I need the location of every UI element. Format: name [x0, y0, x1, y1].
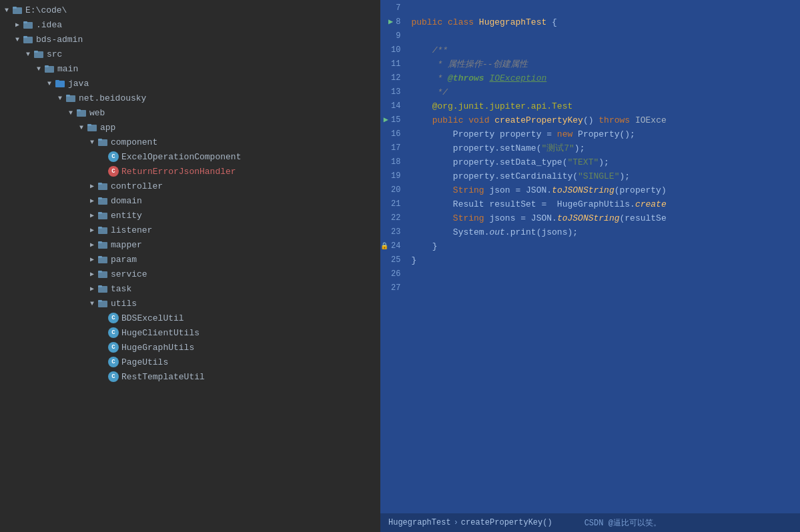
- code-line-20: String json = JSON.toJSONString(property…: [411, 183, 800, 197]
- tree-label-main: main: [57, 65, 78, 73]
- tree-item-rest-template[interactable]: ▶ C RestTemplateUtil: [0, 369, 380, 384]
- tree-item-bds-admin[interactable]: ▼ bds-admin: [0, 32, 380, 47]
- line-num-14: 14: [380, 99, 400, 113]
- line-num-27: 27: [380, 281, 400, 295]
- folder-icon-bds-admin: [23, 34, 33, 45]
- code-line-16: Property property = new Property();: [411, 127, 800, 141]
- arrow-idea: ▶: [12, 19, 23, 30]
- tree-label-pu: PageUtils: [121, 358, 168, 367]
- folder-icon-mapper: [97, 239, 108, 250]
- arrow-bds-admin: ▼: [12, 34, 23, 45]
- line-num-15: ▶ 15: [380, 113, 400, 127]
- arrow-main: ▼: [33, 63, 44, 74]
- code-line-27: [411, 281, 800, 295]
- tree-item-page-utils[interactable]: ▶ C PageUtils: [0, 355, 380, 369]
- line-num-8: ▶ 8: [380, 15, 400, 29]
- tree-item-component[interactable]: ▼ component: [0, 135, 380, 149]
- tree-item-param[interactable]: ▶ param: [0, 252, 380, 267]
- tree-item-root[interactable]: ▼ E:\code\: [0, 3, 380, 17]
- tree-item-utils[interactable]: ▼ utils: [0, 296, 380, 311]
- lock-gutter-24: 🔒: [380, 239, 388, 253]
- tree-item-mapper[interactable]: ▶ mapper: [0, 237, 380, 252]
- class-icon-bds: C: [108, 313, 119, 323]
- file-tree-panel: ▼ E:\code\ ▶ .idea ▼ bds-admin: [0, 0, 380, 532]
- code-editor-panel: 7 ▶ 8 9 10 11 12: [380, 0, 800, 532]
- line-num-23: 23: [380, 225, 400, 239]
- tree-label-controller: controller: [111, 182, 163, 191]
- arrow-src: ▼: [23, 49, 33, 59]
- line-numbers: 7 ▶ 8 9 10 11 12: [380, 0, 406, 513]
- line-num-7: 7: [380, 1, 400, 15]
- folder-icon-java: [55, 78, 65, 89]
- folder-icon-root: [12, 5, 23, 15]
- run-gutter-8[interactable]: ▶: [388, 15, 393, 29]
- code-line-13: */: [411, 85, 800, 99]
- class-icon-return: C: [108, 166, 119, 177]
- tree-label-entity: entity: [111, 211, 142, 220]
- line-num-12: 12: [380, 71, 400, 85]
- folder-icon-component: [97, 137, 108, 147]
- arrow-service: ▶: [87, 269, 97, 279]
- status-breadcrumb: HugegraphTest › createPropertyKey() CSDN…: [388, 517, 661, 529]
- folder-icon-web: [76, 107, 87, 118]
- code-content[interactable]: public class HugegraphTest { /** * 属性操作-…: [406, 0, 800, 513]
- tree-item-java[interactable]: ▼ java: [0, 76, 380, 91]
- tree-label-web: web: [89, 109, 105, 117]
- line-num-16: 16: [380, 127, 400, 141]
- line-num-20: 20: [380, 183, 400, 197]
- code-line-18: property.setData_type("TEXT");: [411, 155, 800, 169]
- svg-rect-29: [98, 241, 102, 243]
- code-line-25: }: [411, 253, 800, 267]
- tree-item-listener[interactable]: ▶ listener: [0, 223, 380, 237]
- tree-label-idea: .idea: [36, 21, 62, 29]
- svg-rect-27: [98, 227, 102, 229]
- arrow-net-beidousky: ▼: [55, 93, 65, 103]
- run-gutter-15[interactable]: ▶: [384, 113, 388, 127]
- tree-item-idea[interactable]: ▶ .idea: [0, 17, 380, 32]
- tree-item-net-beidousky[interactable]: ▼ net.beidousky: [0, 91, 380, 105]
- tree-item-controller[interactable]: ▶ controller: [0, 179, 380, 193]
- status-bar: HugegraphTest › createPropertyKey() CSDN…: [380, 513, 800, 532]
- arrow-mapper: ▶: [87, 239, 97, 250]
- arrow-web: ▼: [65, 107, 76, 118]
- tree-label-src: src: [47, 50, 62, 59]
- svg-rect-19: [98, 139, 102, 141]
- line-num-19: 19: [380, 169, 400, 183]
- tree-item-huge-client-utils[interactable]: ▶ C HugeClientUtils: [0, 325, 380, 340]
- tree-item-entity[interactable]: ▶ entity: [0, 208, 380, 223]
- folder-icon-main: [44, 63, 55, 74]
- code-line-11: * 属性操作--创建属性: [411, 57, 800, 71]
- class-icon-rtu: C: [108, 371, 119, 382]
- tree-item-app[interactable]: ▼ app: [0, 120, 380, 135]
- tree-label-java: java: [68, 79, 89, 88]
- class-icon-hgu: C: [108, 342, 119, 353]
- tree-label-utils: utils: [111, 299, 137, 308]
- tree-label-component: component: [111, 138, 157, 147]
- tree-item-web[interactable]: ▼ web: [0, 105, 380, 120]
- tree-item-bds-excel-util[interactable]: ▶ C BDSExcelUtil: [0, 311, 380, 325]
- tree-label-hcu: HugeClientUtils: [121, 329, 199, 337]
- tree-item-return-error[interactable]: ▶ C ReturnErrorJsonHandler: [0, 164, 380, 179]
- status-method: createPropertyKey(): [461, 518, 552, 527]
- tree-label-task: task: [111, 285, 131, 293]
- tree-item-task[interactable]: ▶ task: [0, 281, 380, 296]
- code-line-23: System.out.print(jsons);: [411, 225, 800, 239]
- status-file: HugegraphTest: [388, 518, 451, 527]
- tree-item-huge-graph-utils[interactable]: ▶ C HugeGraphUtils: [0, 340, 380, 355]
- svg-rect-15: [77, 109, 81, 111]
- tree-label-app: app: [100, 123, 115, 132]
- arrow-param: ▶: [87, 254, 97, 265]
- tree-label-hgu: HugeGraphUtils: [121, 343, 194, 352]
- folder-icon-utils: [97, 298, 108, 309]
- svg-rect-9: [45, 65, 49, 67]
- tree-item-src[interactable]: ▼ src: [0, 47, 380, 61]
- tree-item-service[interactable]: ▶ service: [0, 267, 380, 281]
- tree-item-excel-operation[interactable]: ▶ C ExcelOperationComponent: [0, 149, 380, 164]
- tree-label-net-beidousky: net.beidousky: [79, 94, 146, 103]
- tree-item-main[interactable]: ▼ main: [0, 61, 380, 76]
- folder-icon-entity: [97, 210, 108, 221]
- code-line-14: @org.junit.jupiter.api.Test: [411, 99, 800, 113]
- tree-item-domain[interactable]: ▶ domain: [0, 193, 380, 208]
- folder-icon-controller: [97, 181, 108, 191]
- line-num-21: 21: [380, 197, 400, 211]
